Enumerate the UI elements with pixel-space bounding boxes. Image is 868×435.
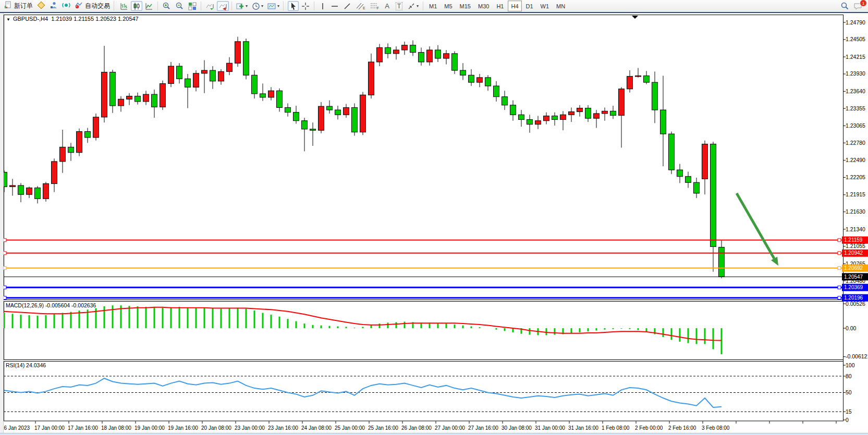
date-label: 3 Feb 08:00 [702, 425, 730, 431]
text-tool-button[interactable]: A [382, 1, 393, 11]
candle-bear [110, 72, 116, 106]
dropdown-caret-icon: ▾ [261, 4, 263, 8]
horizontal-line-tool-button[interactable] [329, 1, 340, 11]
cursor-tool-button[interactable] [288, 1, 299, 11]
timeframe-button-H1[interactable]: H1 [493, 1, 507, 11]
candle-bull [127, 96, 132, 100]
periods-clock-button[interactable]: ▾ [250, 1, 265, 11]
macd-name: MACD(12,26,9) [6, 302, 44, 308]
rsi-axis-label: 0 [846, 417, 849, 423]
price-tag-label: 1.20547 [844, 274, 863, 280]
line-chart-mode-button[interactable] [143, 1, 155, 11]
trendline-tool-button[interactable] [341, 1, 353, 11]
candle-bear [252, 75, 258, 94]
quick-trade-caret-icon[interactable]: ▼ [6, 17, 10, 22]
auto-scroll-icon [205, 2, 214, 10]
price-tick-label: 1.21340 [846, 226, 865, 232]
price-tick-label: 1.22490 [846, 157, 865, 163]
zoom-out-button[interactable] [174, 1, 186, 11]
toolbar-separator [314, 2, 314, 10]
accounts-button[interactable] [48, 1, 59, 11]
candle-bull [394, 50, 399, 54]
tile-windows-button[interactable] [187, 1, 198, 11]
date-label: 2 Feb 16:00 [668, 425, 696, 431]
candle-bear [310, 129, 316, 130]
line-handle[interactable] [838, 239, 841, 242]
notifications-button[interactable]: 1 [852, 1, 864, 11]
new-order-icon [4, 1, 12, 11]
template-icon [267, 2, 276, 10]
timeframe-button-M5[interactable]: M5 [441, 1, 455, 11]
candle-bear [419, 53, 424, 62]
timeframe-button-M1[interactable]: M1 [426, 1, 440, 11]
search-button[interactable] [839, 1, 851, 11]
date-label: 2 Feb 00:00 [635, 425, 663, 431]
price-tick-label: 1.21055 [846, 243, 865, 249]
chart-ohlc-header: ▼GBPUSD-,H4 1.21039 1.21155 1.20523 1.20… [6, 16, 139, 22]
candle-bear [177, 66, 182, 79]
macd-axis-label: 0.00 [846, 325, 857, 331]
candle-bull [60, 147, 66, 161]
line-handle[interactable] [838, 286, 841, 289]
horizontal-line-icon [331, 2, 339, 10]
broadcast-icon [62, 1, 70, 11]
candle-bear [327, 106, 333, 110]
chart-templates-button[interactable]: ▾ [266, 1, 281, 11]
price-tick-label: 1.24505 [846, 36, 865, 42]
auto-scroll-button[interactable] [204, 1, 216, 11]
main-toolbar: 新订单 自动交易 [0, 0, 868, 12]
line-handle[interactable] [838, 267, 841, 270]
clock-icon [252, 2, 260, 10]
price-tick-label: 1.23930 [846, 70, 865, 77]
candle-bull [577, 108, 583, 112]
candle-bull [535, 121, 541, 125]
candle-bull [93, 117, 99, 138]
candlestick-mode-button[interactable] [131, 1, 142, 11]
candle-bull [77, 131, 82, 152]
candle-bull [268, 91, 274, 97]
candle-bull [635, 76, 641, 77]
signals-button[interactable] [60, 1, 72, 11]
zoom-in-button[interactable] [161, 1, 173, 11]
timeframe-button-MN[interactable]: MN [553, 1, 568, 11]
bar-chart-mode-button[interactable] [118, 1, 130, 11]
timeframe-toolbar: M1M5M15M30H1H4D1W1MN [425, 1, 569, 11]
chart-shift-button[interactable] [217, 1, 229, 11]
candle-bear [527, 119, 533, 124]
candle-bear [719, 247, 725, 277]
rsi-indicator-label: RSI(14) 24.0346 [6, 362, 46, 368]
candle-bull [360, 95, 366, 132]
candle-bull [477, 78, 483, 82]
auto-trading-button[interactable]: 自动交易 [73, 1, 112, 11]
timeframe-button-M30[interactable]: M30 [475, 1, 492, 11]
vertical-line-tool-button[interactable] [317, 1, 328, 11]
line-handle[interactable] [838, 252, 841, 255]
price-tick-label: 1.24790 [846, 19, 865, 26]
candle-bull [202, 70, 207, 73]
candle-bull [319, 106, 324, 130]
timeframe-button-D1[interactable]: D1 [523, 1, 536, 11]
fibonacci-tool-button[interactable]: F [368, 1, 381, 11]
candle-bull [369, 62, 374, 95]
market-watch-button[interactable] [35, 1, 47, 11]
arrows-tool-button[interactable]: ▾ [406, 1, 420, 11]
timeframe-button-W1[interactable]: W1 [537, 1, 553, 11]
candle-bear [277, 91, 283, 107]
new-order-button[interactable]: 新订单 [2, 1, 34, 11]
timeframe-button-M15[interactable]: M15 [457, 1, 474, 11]
candle-bear [711, 144, 716, 247]
chart-area[interactable]: 1.247901.245051.242151.239301.236401.233… [0, 0, 868, 435]
person-icon [50, 1, 58, 11]
candle-bear [519, 115, 524, 119]
text-label-tool-button[interactable]: T [394, 1, 405, 11]
line-handle[interactable] [838, 296, 841, 300]
candle-bear [552, 116, 558, 120]
candle-bull [143, 94, 149, 102]
candle-bull [544, 116, 549, 121]
add-indicator-button[interactable]: ▾ [235, 1, 249, 11]
equidistant-channel-tool-button[interactable]: E [354, 1, 367, 11]
date-label: 31 Jan 00:00 [535, 425, 565, 431]
timeframe-button-H4[interactable]: H4 [508, 1, 521, 11]
crosshair-tool-button[interactable] [300, 1, 311, 11]
candle-bull [619, 89, 625, 116]
